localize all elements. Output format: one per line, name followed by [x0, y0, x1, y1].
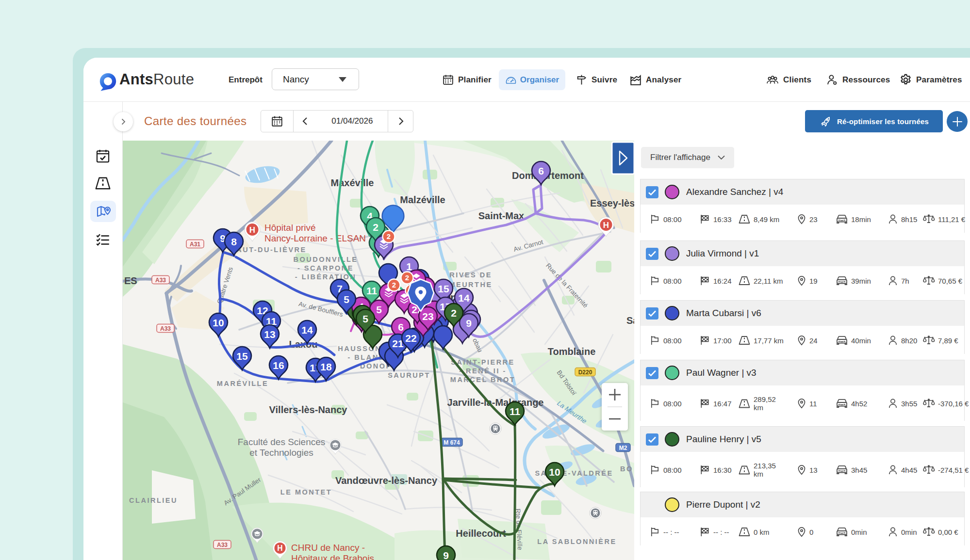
svg-text:M 674: M 674 — [444, 439, 460, 446]
svg-text:A33: A33 — [217, 542, 228, 548]
svg-text:Sa: Sa — [626, 315, 634, 326]
svg-text:5: 5 — [362, 313, 368, 324]
svg-text:18: 18 — [320, 361, 332, 372]
svg-text:Faculté des Sciences: Faculté des Sciences — [238, 437, 326, 447]
svg-text:5: 5 — [344, 294, 349, 305]
svg-text:Essey-lès-N: Essey-lès-N — [590, 198, 634, 208]
svg-text:Jarville-la-Malgrange: Jarville-la-Malgrange — [447, 397, 544, 408]
svg-text:BOUDONVILLE: BOUDONVILLE — [293, 256, 358, 263]
svg-text:13: 13 — [264, 329, 275, 340]
svg-text:8: 8 — [231, 236, 237, 247]
svg-text:D220: D220 — [578, 369, 592, 376]
svg-text:Vandœuvre-lès-Nancy: Vandœuvre-lès-Nancy — [335, 475, 438, 486]
svg-text:1: 1 — [406, 261, 412, 272]
svg-text:SAURUPT: SAURUPT — [388, 371, 430, 379]
svg-text:MEURTHE: MEURTHE — [449, 281, 492, 288]
svg-text:H: H — [603, 221, 609, 230]
svg-text:5: 5 — [376, 304, 382, 315]
svg-text:15: 15 — [438, 283, 449, 294]
svg-text:A33: A33 — [155, 277, 166, 284]
svg-text:LA SABLONNIÈRE: LA SABLONNIÈRE — [537, 538, 616, 545]
svg-text:Malzéville: Malzéville — [400, 194, 445, 205]
svg-text:RIVES DE: RIVES DE — [449, 271, 492, 279]
svg-text:SAINT-PIERRE: SAINT-PIERRE — [451, 358, 515, 366]
svg-text:Maxéville: Maxéville — [331, 177, 374, 188]
svg-text:Tomblaine: Tomblaine — [548, 346, 596, 357]
svg-text:H: H — [249, 225, 255, 235]
svg-text:14: 14 — [301, 324, 313, 336]
svg-text:9: 9 — [443, 550, 449, 560]
svg-text:9: 9 — [466, 318, 472, 329]
svg-text:2: 2 — [387, 232, 391, 240]
svg-text:11: 11 — [510, 406, 521, 417]
svg-text:22: 22 — [405, 333, 416, 344]
svg-text:MARCEL BROT: MARCEL BROT — [450, 376, 515, 384]
svg-text:- LIBÉRATION: - LIBÉRATION — [295, 273, 356, 281]
svg-text:MARÉVILLE: MARÉVILLE — [217, 380, 268, 387]
svg-text:15: 15 — [236, 351, 248, 362]
svg-text:A31: A31 — [190, 241, 200, 248]
svg-text:- RENÉ II -: - RENÉ II - — [459, 367, 507, 375]
svg-text:23: 23 — [422, 311, 433, 322]
svg-text:14: 14 — [458, 292, 470, 304]
svg-text:LE MONTET: LE MONTET — [280, 488, 332, 496]
svg-text:Villers-lès-Nancy: Villers-lès-Nancy — [269, 404, 348, 415]
svg-text:ES: ES — [124, 275, 137, 286]
svg-text:10: 10 — [549, 466, 560, 478]
svg-text:Saint-Max: Saint-Max — [478, 210, 524, 221]
svg-text:Hôpital privé: Hôpital privé — [264, 223, 316, 233]
svg-text:2: 2 — [405, 273, 409, 282]
svg-text:2: 2 — [373, 222, 378, 233]
svg-text:Nancy-Lorraine - ELSAN: Nancy-Lorraine - ELSAN — [264, 233, 366, 243]
svg-text:BO: BO — [620, 465, 633, 473]
svg-text:6: 6 — [538, 165, 544, 176]
svg-text:2: 2 — [392, 281, 396, 289]
svg-text:CHRU de Nancy -: CHRU de Nancy - — [291, 543, 365, 553]
svg-text:H: H — [277, 544, 282, 552]
svg-text:16: 16 — [273, 360, 284, 371]
svg-text:2: 2 — [451, 307, 457, 319]
svg-text:M2: M2 — [619, 445, 627, 451]
svg-text:CLAIRLIEU: CLAIRLIEU — [129, 496, 178, 504]
svg-text:Heillecourt: Heillecourt — [456, 528, 506, 539]
svg-text:6: 6 — [398, 321, 404, 333]
svg-text:A33: A33 — [160, 325, 171, 332]
svg-text:10: 10 — [213, 317, 224, 328]
svg-text:11: 11 — [366, 285, 378, 296]
svg-text:et Technologies: et Technologies — [249, 448, 313, 458]
svg-text:Hôpitaux de Brabois: Hôpitaux de Brabois — [291, 553, 374, 560]
